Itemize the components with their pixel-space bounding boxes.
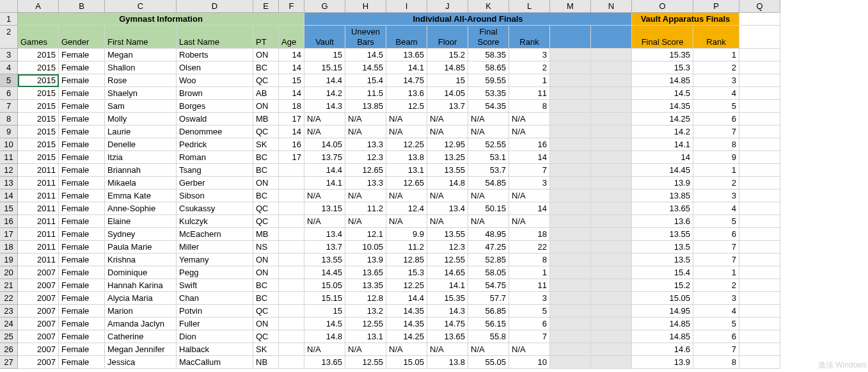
cell-empty[interactable] (550, 241, 591, 254)
cell-score[interactable]: 18 (509, 228, 550, 241)
field-header[interactable]: Age (279, 26, 304, 49)
cell-score[interactable]: 15.05 (304, 279, 345, 292)
cell-empty[interactable] (739, 113, 780, 125)
cell-games[interactable]: 2015 (18, 138, 59, 151)
cell-score[interactable]: 14.65 (427, 266, 468, 279)
cell-empty[interactable] (591, 266, 632, 279)
cell-first-name[interactable]: Rose (105, 74, 177, 87)
cell-score[interactable]: 15.2 (427, 49, 468, 61)
cell-score[interactable]: 13.65 (304, 356, 345, 369)
cell-score[interactable]: N/A (304, 113, 345, 125)
cell-last-name[interactable]: Chan (177, 292, 253, 305)
cell-score[interactable]: 13.55 (427, 228, 468, 241)
cell-empty[interactable] (739, 266, 780, 279)
field-header-empty[interactable] (591, 26, 632, 49)
cell-last-name[interactable]: Kulczyk (177, 215, 253, 228)
cell-empty[interactable] (739, 343, 780, 356)
cell-first-name[interactable]: Jessica (105, 356, 177, 369)
cell-empty[interactable] (591, 292, 632, 305)
cell-vault-score[interactable]: 15.4 (632, 266, 693, 279)
cell-score[interactable]: 12.25 (386, 138, 427, 151)
cell-vault-rank[interactable]: 7 (693, 125, 739, 138)
cell-empty[interactable] (550, 279, 591, 292)
cell-score[interactable]: 13.25 (427, 151, 468, 164)
cell-score[interactable]: 11 (509, 87, 550, 100)
cell-score[interactable]: N/A (345, 215, 386, 228)
cell-age[interactable] (279, 305, 304, 318)
cell-first-name[interactable]: Itzia (105, 151, 177, 164)
field-header[interactable]: PT (253, 26, 279, 49)
cell-empty[interactable] (591, 61, 632, 74)
cell-score[interactable]: 13.9 (345, 254, 386, 266)
cell-score[interactable]: 13.85 (345, 100, 386, 113)
cell-score[interactable]: 53.35 (468, 87, 509, 100)
cell-empty[interactable] (591, 125, 632, 138)
cell-empty[interactable] (739, 26, 780, 49)
column-header[interactable]: E (253, 0, 279, 13)
cell-vault-rank[interactable]: 2 (693, 61, 739, 74)
cell-last-name[interactable]: Gerber (177, 177, 253, 190)
cell-empty[interactable] (550, 61, 591, 74)
cell-empty[interactable] (591, 151, 632, 164)
cell-score[interactable]: 14.35 (386, 318, 427, 330)
cell-score[interactable]: N/A (345, 125, 386, 138)
cell-empty[interactable] (739, 125, 780, 138)
cell-score[interactable]: N/A (468, 215, 509, 228)
cell-score[interactable]: N/A (427, 125, 468, 138)
cell-age[interactable]: 17 (279, 113, 304, 125)
cell-pt[interactable]: SK (253, 138, 279, 151)
cell-vault-score[interactable]: 15.35 (632, 49, 693, 61)
cell-age[interactable] (279, 241, 304, 254)
cell-empty[interactable] (550, 215, 591, 228)
cell-last-name[interactable]: Brown (177, 87, 253, 100)
row-header[interactable]: 1 (0, 13, 18, 26)
cell-empty[interactable] (591, 330, 632, 343)
cell-empty[interactable] (591, 177, 632, 190)
column-header[interactable]: J (427, 0, 468, 13)
cell-score[interactable]: N/A (468, 190, 509, 202)
cell-score[interactable]: 13.55 (427, 164, 468, 177)
column-header[interactable]: L (509, 0, 550, 13)
cell-vault-rank[interactable]: 1 (693, 266, 739, 279)
cell-first-name[interactable]: Denelle (105, 138, 177, 151)
cell-age[interactable] (279, 266, 304, 279)
cell-age[interactable] (279, 279, 304, 292)
cell-score[interactable]: 3 (509, 49, 550, 61)
cell-empty[interactable] (591, 254, 632, 266)
cell-games[interactable]: 2011 (18, 241, 59, 254)
cell-vault-rank[interactable]: 7 (693, 241, 739, 254)
cell-age[interactable] (279, 254, 304, 266)
cell-score[interactable]: 11 (509, 279, 550, 292)
cell-score[interactable]: N/A (509, 125, 550, 138)
cell-empty[interactable] (550, 292, 591, 305)
cell-score[interactable]: N/A (386, 125, 427, 138)
cell-vault-rank[interactable]: 9 (693, 151, 739, 164)
row-header[interactable]: 14 (0, 190, 18, 202)
row-header[interactable]: 13 (0, 177, 18, 190)
cell-score[interactable]: N/A (468, 125, 509, 138)
cell-score[interactable]: 14.2 (304, 87, 345, 100)
cell-last-name[interactable]: Pedrick (177, 138, 253, 151)
cell-age[interactable] (279, 177, 304, 190)
column-header[interactable]: C (105, 0, 177, 13)
cell-empty[interactable] (591, 113, 632, 125)
cell-gender[interactable]: Female (59, 292, 105, 305)
cell-gender[interactable]: Female (59, 113, 105, 125)
cell-score[interactable]: 14.4 (304, 164, 345, 177)
cell-last-name[interactable]: Sibson (177, 190, 253, 202)
cell-score[interactable]: 54.75 (468, 279, 509, 292)
cell-pt[interactable]: QC (253, 74, 279, 87)
cell-score[interactable]: 13.7 (427, 100, 468, 113)
cell-score[interactable]: 57.7 (468, 292, 509, 305)
cell-pt[interactable]: QC (253, 305, 279, 318)
cell-vault-score[interactable]: 13.9 (632, 177, 693, 190)
cell-vault-rank[interactable]: 1 (693, 164, 739, 177)
cell-vault-score[interactable]: 14.35 (632, 100, 693, 113)
cell-last-name[interactable]: Borges (177, 100, 253, 113)
cell-games[interactable]: 2011 (18, 177, 59, 190)
cell-score[interactable]: 58.35 (468, 49, 509, 61)
cell-pt[interactable]: QC (253, 330, 279, 343)
cell-score[interactable]: 13.1 (345, 330, 386, 343)
cell-score[interactable]: N/A (345, 343, 386, 356)
row-header[interactable]: 24 (0, 318, 18, 330)
